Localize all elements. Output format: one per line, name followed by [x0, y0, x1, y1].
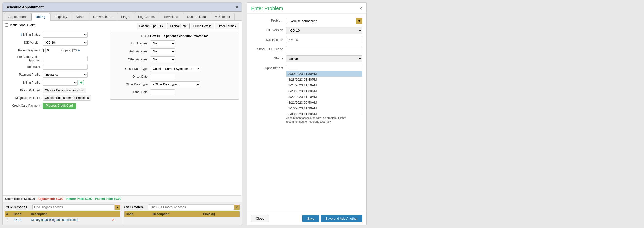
process-credit-card-button[interactable]: Process Credit Card — [43, 103, 76, 109]
clinical-note-button[interactable]: Clinical Note — [167, 23, 189, 29]
billing-profile-label: Billing Profile — [5, 81, 43, 84]
right-panel-close-button[interactable]: ✕ — [359, 6, 362, 11]
icd-col-action — [110, 211, 120, 217]
onset-date-label: Onset Date — [113, 75, 150, 78]
billing-pick-list-label: Billing Pick List — [5, 89, 43, 92]
left-panel-title: Schedule Appointment — [6, 5, 44, 9]
status-row: Status active inactive resolved — [251, 56, 362, 62]
appt-separator[interactable]: ---------- — [286, 65, 362, 71]
other-forms-button[interactable]: Other Forms ▾ — [215, 23, 239, 29]
tab-logcomm[interactable]: Log Comm. — [134, 13, 159, 20]
tab-flags[interactable]: Flags — [117, 13, 134, 20]
referral-label: Referral # — [5, 65, 43, 69]
appointment-row: Appointment ---------- 3/30/2023 11:30AM… — [251, 65, 362, 124]
appt-item[interactable]: 3/22/2023 11:10AM — [286, 94, 362, 100]
other-date-label: Other Date — [113, 90, 150, 94]
left-panel-header: Schedule Appointment ✕ — [3, 3, 242, 12]
pre-auth-input[interactable] — [43, 56, 88, 61]
icd-desc-link[interactable]: Dietary counseling and surveillance — [31, 218, 78, 222]
add-payment-button[interactable]: + — [78, 48, 80, 53]
icd10-code-row: ICD10 code — [251, 37, 362, 43]
tab-revisions[interactable]: Revisions — [160, 13, 182, 20]
right-panel-title: Enter Problem — [251, 6, 283, 12]
summary-bar: Claim Billed: $145.00 Adjustment: $0.00 … — [3, 195, 242, 202]
tab-growthcharts[interactable]: Growthcharts — [89, 13, 116, 20]
other-date-type-select[interactable]: - Other Date Type - — [150, 81, 200, 87]
tab-billing[interactable]: Billing — [32, 13, 50, 21]
billing-status-label: ℹ Billing Status — [5, 33, 43, 37]
patient-superbill-button[interactable]: Patient SuperBill ▾ — [137, 23, 166, 29]
tab-bar: Appointment Billing Eligibility Vitals G… — [3, 12, 242, 21]
footer-right-buttons: Save Save and Add Another — [302, 215, 362, 222]
icd-version-select[interactable]: ICD-10 — [43, 40, 88, 46]
ep-icd-version-label: ICD Version — [251, 27, 286, 32]
tab-customdata[interactable]: Custom Data — [183, 13, 210, 20]
institutional-claim-checkbox[interactable] — [5, 24, 8, 27]
other-date-type-label: Other Date Type — [113, 83, 150, 86]
close-button[interactable]: Close — [251, 215, 269, 222]
appt-item[interactable]: 3/21/2023 09:50AM — [286, 100, 362, 105]
insurer-paid-item: Insurer Paid: $0.00 — [66, 197, 92, 201]
other-date-input[interactable] — [150, 89, 175, 95]
other-accident-select[interactable]: No — [150, 57, 175, 62]
diagnosis-pick-list-button[interactable]: Choose Codes from Pt Problems — [43, 95, 91, 101]
ep-snomed-input[interactable] — [286, 46, 362, 53]
row-description: Dietary counseling and surveillance — [30, 217, 110, 223]
ep-status-select[interactable]: active inactive resolved — [286, 56, 362, 62]
save-button[interactable]: Save — [302, 215, 319, 222]
diagnosis-pick-list-label: Diagnosis Pick List — [5, 96, 43, 100]
add-billing-profile-button[interactable]: + — [78, 80, 84, 85]
appointment-list[interactable]: ---------- 3/30/2023 11:30AM 3/28/2023 0… — [286, 65, 362, 115]
onset-date-type-select[interactable]: Onset of Current Symptoms o — [150, 66, 200, 72]
delete-code-button[interactable]: ✕ — [112, 218, 115, 222]
billing-details-button[interactable]: Billing Details — [190, 23, 214, 29]
icd-version-label: ICD Version — [5, 41, 43, 45]
problem-input[interactable] — [286, 18, 355, 24]
find-cpt-button[interactable]: ▾ — [234, 205, 240, 210]
tab-appointment[interactable]: Appointment — [4, 13, 31, 20]
left-panel-close-button[interactable]: ✕ — [236, 5, 239, 10]
problem-search-button[interactable]: ▾ — [356, 18, 362, 24]
auto-accident-label: Auto Accident — [113, 50, 150, 53]
save-add-another-button[interactable]: Save and Add Another — [321, 215, 362, 222]
find-diagnosis-input[interactable] — [32, 204, 114, 210]
other-forms-dropdown-icon: ▾ — [235, 25, 236, 28]
tab-muhelper[interactable]: MU Helper — [210, 13, 234, 20]
icd-col-desc: Description — [30, 211, 110, 217]
appt-item[interactable]: 3/28/2023 01:40PM — [286, 77, 362, 82]
billing-pick-list-button[interactable]: Choose Codes from Pick List — [43, 88, 86, 93]
appt-item[interactable]: 3/30/2023 11:30AM — [286, 71, 362, 77]
appt-item[interactable]: 3/24/2023 11:10AM — [286, 82, 362, 88]
enter-problem-panel: Enter Problem ✕ Problem ▾ ICD Version IC… — [247, 3, 367, 225]
enter-problem-content: Problem ▾ ICD Version ICD-10 ICD10 code … — [247, 14, 366, 212]
billing-status-select[interactable] — [43, 32, 88, 38]
payment-profile-select[interactable]: Insurance — [43, 72, 88, 78]
ep-icd10-label: ICD10 code — [251, 37, 286, 42]
appointment-dropdown: ---------- 3/30/2023 11:30AM 3/28/2023 0… — [286, 65, 362, 124]
ep-icd10-input[interactable] — [286, 37, 362, 43]
appt-item[interactable]: 3/08/2023 11:30AM — [286, 111, 362, 115]
appt-item[interactable]: 3/23/2023 11:30AM — [286, 88, 362, 94]
ep-icd-version-select[interactable]: ICD-10 — [286, 27, 362, 34]
icd-col-code: Code — [12, 211, 30, 217]
right-panel-footer: Close Save Save and Add Another — [247, 212, 366, 225]
patient-payment-input[interactable] — [46, 48, 60, 53]
find-cpt-input[interactable] — [148, 204, 234, 210]
credit-card-label: Credit Card Payment — [5, 104, 43, 107]
billing-profile-select[interactable] — [43, 80, 78, 86]
employment-select[interactable]: No — [150, 41, 175, 47]
icd-code-link[interactable]: Z71.3 — [14, 218, 22, 222]
row-code: Z71.3 — [12, 217, 30, 223]
referral-input[interactable] — [43, 64, 88, 70]
find-diagnosis-button[interactable]: ▾ — [115, 205, 120, 210]
onset-date-input[interactable] — [150, 74, 175, 79]
schedule-appointment-panel: Schedule Appointment ✕ Appointment Billi… — [2, 3, 242, 225]
appt-item[interactable]: 3/16/2023 11:30AM — [286, 105, 362, 111]
employment-label: Employment — [113, 42, 150, 45]
tab-vitals[interactable]: Vitals — [72, 13, 88, 20]
auto-accident-select[interactable]: No — [150, 49, 175, 55]
tab-eligibility[interactable]: Eligibility — [50, 13, 72, 20]
ep-appointment-label: Appointment — [251, 65, 286, 70]
patient-payment-label: Patient Payment — [5, 49, 43, 52]
dropdown-arrow-icon: ▾ — [162, 25, 163, 28]
